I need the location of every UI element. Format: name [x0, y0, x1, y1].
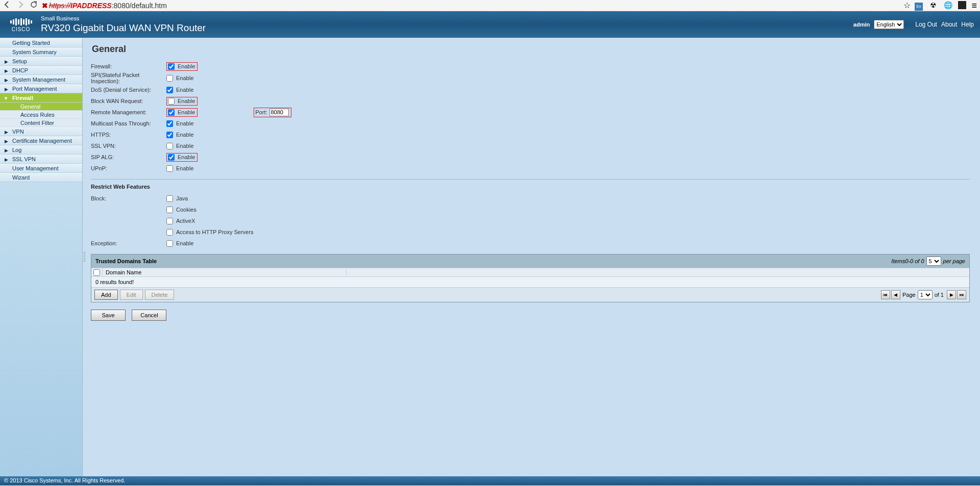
- sidebar-item-sslvpn[interactable]: SSL VPN: [0, 155, 82, 164]
- logout-link[interactable]: Log Out: [915, 21, 937, 28]
- label-port: Port:: [255, 109, 267, 115]
- label-exception: Exception:: [91, 240, 166, 246]
- divider: [91, 179, 970, 180]
- app: Getting Started System Summary Setup DHC…: [0, 38, 980, 476]
- label-sipalg: SIP ALG:: [91, 154, 166, 160]
- of-label: of 1: [935, 292, 944, 298]
- checkbox-dos[interactable]: [166, 87, 173, 93]
- delete-button[interactable]: Delete: [145, 290, 175, 300]
- sidebar-item-getting-started[interactable]: Getting Started: [0, 38, 82, 47]
- copyright: © 2013 Cisco Systems, Inc. All Rights Re…: [4, 477, 125, 483]
- model-title: RV320 Gigabit Dual WAN VPN Router: [41, 22, 206, 34]
- sidebar-item-wizard[interactable]: Wizard: [0, 173, 82, 182]
- ext-icon-dark[interactable]: [958, 1, 966, 9]
- sidebar-item-log[interactable]: Log: [0, 145, 82, 155]
- checkbox-sipalg[interactable]: [168, 154, 175, 161]
- sidebar-item-user-management[interactable]: User Management: [0, 164, 82, 173]
- sidebar-item-system-summary[interactable]: System Summary: [0, 47, 82, 57]
- label-upnp: UPnP:: [91, 165, 166, 171]
- edit-button[interactable]: Edit: [120, 290, 143, 300]
- url-scheme: https://: [49, 2, 70, 10]
- checkbox-upnp[interactable]: [166, 165, 173, 172]
- heading-restrict: Restrict Web Features: [91, 184, 970, 190]
- forward-icon[interactable]: [16, 1, 24, 11]
- checkbox-cookies[interactable]: [166, 207, 173, 213]
- items-count: Items0-0 of 0: [891, 258, 924, 264]
- ext-icon-radiation[interactable]: ☢: [929, 1, 938, 9]
- checkbox-sslvpn[interactable]: [166, 143, 173, 149]
- label-blockwan: Block WAN Request:: [91, 98, 166, 104]
- page-label: Page: [902, 292, 916, 298]
- label-sslvpn: SSL VPN:: [91, 143, 166, 149]
- username: admin: [853, 21, 870, 28]
- checkbox-firewall[interactable]: [168, 63, 175, 70]
- checkbox-activex[interactable]: [166, 218, 173, 224]
- browser-chrome: ✖ https:// IPADDRESS :8080/default.htm ☆…: [0, 0, 980, 11]
- first-page-icon[interactable]: ⏮: [881, 290, 890, 299]
- per-page-select[interactable]: 5: [926, 257, 941, 266]
- prev-page-icon[interactable]: ◀: [891, 290, 900, 299]
- checkbox-https[interactable]: [166, 132, 173, 138]
- page-select[interactable]: 1: [918, 290, 933, 299]
- about-link[interactable]: About: [941, 21, 957, 28]
- trusted-domains-table: Trusted Domains Table Items0-0 of 0 5 pe…: [91, 254, 970, 302]
- next-page-icon[interactable]: ▶: [947, 290, 956, 299]
- url-path: :8080/default.htm: [112, 2, 167, 10]
- small-business-label: Small Business: [41, 15, 206, 21]
- footer: © 2013 Cisco Systems, Inc. All Rights Re…: [0, 476, 980, 485]
- ext-icon-globe[interactable]: 🌐: [944, 1, 952, 9]
- checkbox-spi[interactable]: [166, 75, 173, 82]
- sidebar-item-firewall[interactable]: Firewall: [0, 93, 82, 103]
- sidebar-item-vpn[interactable]: VPN: [0, 127, 82, 136]
- checkbox-java[interactable]: [166, 195, 173, 202]
- sidebar-item-dhcp[interactable]: DHCP: [0, 66, 82, 75]
- checkbox-proxy[interactable]: [166, 229, 173, 236]
- save-button[interactable]: Save: [91, 310, 126, 321]
- sidebar-item-setup[interactable]: Setup: [0, 57, 82, 66]
- empty-text: 0 results found!: [91, 277, 969, 287]
- cisco-logo: CISCO: [6, 16, 36, 33]
- star-icon[interactable]: ☆: [903, 1, 911, 10]
- label-https: HTTPS:: [91, 132, 166, 138]
- language-select[interactable]: English: [874, 20, 904, 29]
- page-title: General: [92, 44, 970, 55]
- sidebar-item-system-management[interactable]: System Management: [0, 75, 82, 84]
- cisco-text: CISCO: [12, 27, 31, 32]
- url-ip: IPADDRESS: [70, 2, 112, 10]
- sidebar-sub-content-filter[interactable]: Content Filter: [0, 119, 82, 127]
- per-page-label: per page: [943, 258, 965, 264]
- add-button[interactable]: Add: [94, 290, 118, 300]
- sidebar-item-certificate-management[interactable]: Certificate Management: [0, 136, 82, 145]
- sidebar-sub-general[interactable]: General: [0, 103, 82, 111]
- content: General Firewall: Enable SPI(Stateful Pa…: [86, 38, 980, 476]
- menu-icon[interactable]: ≡: [971, 3, 977, 9]
- masthead: CISCO Small Business RV320 Gigabit Dual …: [0, 11, 980, 38]
- col-domain: Domain Name: [103, 269, 347, 275]
- label-block: Block:: [91, 195, 166, 201]
- label-spi: SPI(Stateful Packet Inspection):: [91, 72, 166, 84]
- checkbox-exception[interactable]: [166, 240, 173, 247]
- label-multicast: Multicast Pass Through:: [91, 120, 166, 126]
- checkbox-blockwan[interactable]: [168, 98, 175, 105]
- last-page-icon[interactable]: ⏭: [957, 290, 966, 299]
- input-port[interactable]: [270, 109, 289, 116]
- checkbox-multicast[interactable]: [166, 120, 173, 127]
- reload-icon[interactable]: [30, 1, 38, 11]
- select-all-checkbox[interactable]: [93, 269, 100, 276]
- back-icon[interactable]: [3, 1, 11, 11]
- ext-icon-1[interactable]: Ex: [915, 3, 923, 11]
- label-dos: DoS (Denial of Service):: [91, 87, 166, 93]
- sidebar: Getting Started System Summary Setup DHC…: [0, 38, 83, 476]
- cancel-button[interactable]: Cancel: [132, 310, 166, 321]
- help-link[interactable]: Help: [961, 21, 974, 28]
- label-remotemgmt: Remote Management:: [91, 109, 166, 115]
- sidebar-sub-access-rules[interactable]: Access Rules: [0, 111, 82, 119]
- checkbox-remotemgmt[interactable]: [168, 109, 175, 116]
- extension-icons: Ex ☢ 🌐: [911, 1, 966, 11]
- trusted-title: Trusted Domains Table: [95, 258, 157, 264]
- address-bar[interactable]: ✖ https:// IPADDRESS :8080/default.htm: [42, 2, 899, 10]
- sidebar-item-port-management[interactable]: Port Management: [0, 84, 82, 93]
- label-firewall: Firewall:: [91, 63, 166, 69]
